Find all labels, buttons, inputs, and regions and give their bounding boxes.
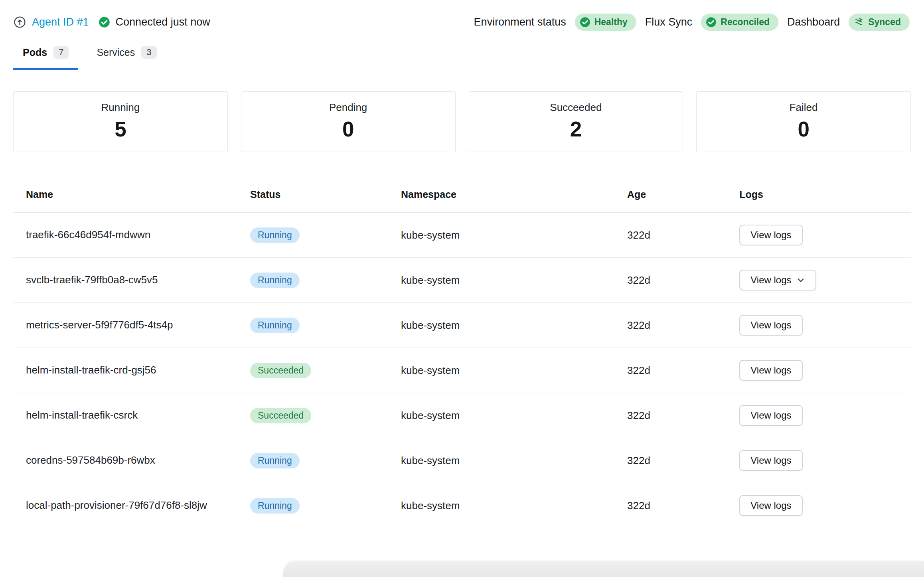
flux-icon	[853, 17, 864, 28]
pod-name: traefik-66c46d954f-mdwwn	[13, 227, 250, 243]
pod-logs-cell: View logs	[739, 270, 911, 290]
summary-card-value: 2	[469, 117, 683, 141]
pod-name: coredns-597584b69b-r6wbx	[13, 453, 250, 468]
pod-name: local-path-provisioner-79f67d76f8-sl8jw	[13, 498, 250, 513]
pod-status-cell: Running	[250, 498, 401, 514]
pod-namespace: kube-system	[401, 500, 627, 512]
dashboard-synced-badge: Synced	[849, 14, 910, 31]
summary-card-label: Failed	[697, 101, 910, 114]
flux-sync-badge: Reconciled	[701, 14, 778, 31]
tab-pods[interactable]: Pods 7	[13, 46, 78, 70]
status-badge: Running	[250, 453, 300, 468]
column-header-age: Age	[627, 189, 739, 200]
table-header-row: NameStatusNamespaceAgeLogs	[13, 189, 911, 213]
pod-namespace: kube-system	[401, 454, 627, 467]
connected-status-text: Connected just now	[116, 16, 210, 28]
chevron-down-icon	[796, 276, 805, 285]
summary-card-label: Running	[14, 101, 227, 114]
pod-logs-cell: View logs	[739, 405, 911, 426]
pod-name: helm-install-traefik-csrck	[13, 408, 250, 423]
pod-age: 322d	[627, 229, 739, 241]
view-logs-button[interactable]: View logs	[739, 315, 802, 336]
summary-card-value: 0	[697, 117, 910, 141]
dashboard-label: Dashboard	[787, 16, 840, 28]
status-badge: Running	[250, 318, 300, 333]
environment-badges-group: Environment status Healthy Flux Sync Rec…	[474, 14, 910, 31]
pod-name: svclb-traefik-79ffb0a8-cw5v5	[13, 273, 250, 288]
pod-status-cell: Succeeded	[250, 363, 401, 378]
tab-count-badge: 7	[53, 46, 69, 59]
pod-age: 322d	[627, 500, 739, 512]
flux-sync-label: Flux Sync	[645, 16, 693, 28]
table-row: traefik-66c46d954f-mdwwn Running kube-sy…	[13, 213, 911, 258]
summary-card-pending: Pending 0	[241, 91, 456, 152]
tabs: Pods 7 Services 3	[13, 46, 911, 70]
status-badge: Succeeded	[250, 408, 311, 423]
pod-status-cell: Running	[250, 273, 401, 288]
environment-status-label: Environment status	[474, 16, 566, 28]
pod-logs-cell: View logs	[739, 360, 911, 381]
summary-card-succeeded: Succeeded 2	[469, 91, 683, 152]
table-row: local-path-provisioner-79f67d76f8-sl8jw …	[13, 483, 911, 528]
check-icon	[706, 17, 717, 28]
view-logs-label: View logs	[750, 500, 791, 511]
column-header-status: Status	[250, 189, 401, 200]
view-logs-label: View logs	[750, 410, 791, 421]
view-logs-button[interactable]: View logs	[739, 360, 802, 381]
pod-age: 322d	[627, 319, 739, 332]
pod-logs-cell: View logs	[739, 225, 911, 245]
dashboard-synced-value: Synced	[868, 17, 901, 28]
pod-logs-cell: View logs	[739, 450, 911, 471]
pod-status-cell: Running	[250, 453, 401, 468]
bottom-panel-edge	[283, 561, 924, 577]
summary-card-label: Pending	[241, 101, 455, 114]
connected-check-icon	[99, 16, 110, 28]
pod-namespace: kube-system	[401, 409, 627, 422]
view-logs-button[interactable]: View logs	[739, 270, 816, 290]
agent-id-link[interactable]: Agent ID #1	[32, 16, 89, 28]
view-logs-button[interactable]: View logs	[739, 450, 802, 471]
table-row: metrics-server-5f9f776df5-4ts4p Running …	[13, 303, 911, 348]
pod-namespace: kube-system	[401, 319, 627, 332]
pod-namespace: kube-system	[401, 229, 627, 241]
table-row: helm-install-traefik-crd-gsj56 Succeeded…	[13, 348, 911, 393]
tab-services[interactable]: Services 3	[87, 46, 166, 70]
tab-label: Pods	[23, 47, 47, 58]
view-logs-label: View logs	[750, 229, 791, 241]
pod-age: 322d	[627, 454, 739, 467]
summary-card-value: 0	[241, 117, 455, 141]
view-logs-button[interactable]: View logs	[739, 225, 802, 245]
status-badge: Running	[250, 498, 300, 514]
view-logs-button[interactable]: View logs	[739, 405, 802, 426]
status-badge: Running	[250, 227, 300, 243]
summary-card-running: Running 5	[13, 91, 228, 152]
topbar: Agent ID #1 Connected just now Environme…	[0, 0, 924, 31]
table-body: traefik-66c46d954f-mdwwn Running kube-sy…	[13, 213, 911, 528]
column-header-name: Name	[13, 189, 250, 200]
pod-logs-cell: View logs	[739, 495, 911, 516]
status-badge: Succeeded	[250, 363, 311, 378]
table-row: svclb-traefik-79ffb0a8-cw5v5 Running kub…	[13, 258, 911, 303]
pod-status-cell: Succeeded	[250, 408, 401, 423]
pod-age: 322d	[627, 274, 739, 287]
summary-card-failed: Failed 0	[696, 91, 911, 152]
summary-card-value: 5	[14, 117, 227, 141]
environment-status-value: Healthy	[594, 17, 628, 28]
pod-logs-cell: View logs	[739, 315, 911, 336]
pods-table: NameStatusNamespaceAgeLogs traefik-66c46…	[13, 189, 911, 528]
view-logs-label: View logs	[750, 455, 791, 466]
pod-status-cell: Running	[250, 318, 401, 333]
agent-status-group: Agent ID #1 Connected just now	[13, 16, 210, 29]
summary-card-label: Succeeded	[469, 101, 683, 114]
flux-sync-value: Reconciled	[721, 17, 770, 28]
status-badge: Running	[250, 273, 300, 288]
pod-name: metrics-server-5f9f776df5-4ts4p	[13, 318, 250, 333]
summary-cards: Running 5 Pending 0 Succeeded 2 Failed 0	[13, 91, 911, 152]
view-logs-label: View logs	[750, 320, 791, 331]
table-row: helm-install-traefik-csrck Succeeded kub…	[13, 393, 911, 438]
check-icon	[580, 17, 590, 28]
pod-namespace: kube-system	[401, 274, 627, 287]
table-row: coredns-597584b69b-r6wbx Running kube-sy…	[13, 438, 911, 483]
view-logs-button[interactable]: View logs	[739, 495, 802, 516]
column-header-logs: Logs	[739, 189, 911, 200]
